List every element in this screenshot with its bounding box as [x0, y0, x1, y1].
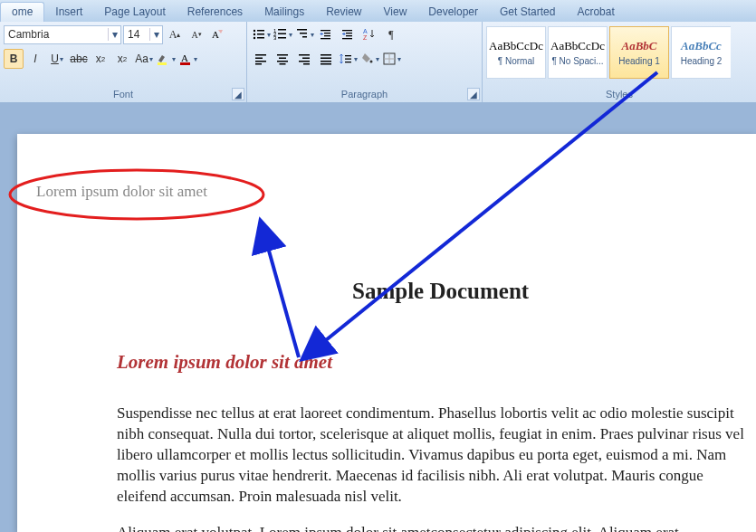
- svg-rect-42: [321, 58, 331, 60]
- svg-text:A: A: [212, 29, 219, 40]
- tab-view[interactable]: View: [373, 3, 418, 22]
- document-body-paragraph-2: Aliquam erat volutpat. Lorem ipsum dolor…: [117, 524, 756, 532]
- style-sample: AaBbCcDc: [489, 39, 543, 53]
- sort-button[interactable]: AZ: [359, 24, 379, 44]
- svg-point-48: [369, 61, 372, 63]
- tab-page-layout[interactable]: Page Layout: [93, 3, 176, 22]
- svg-rect-3: [180, 62, 190, 65]
- svg-rect-35: [277, 61, 288, 62]
- svg-text:A: A: [181, 52, 188, 63]
- multilevel-list-button[interactable]: ▾: [294, 24, 314, 44]
- style-name: ¶ No Spaci...: [551, 56, 603, 66]
- tab-mailings[interactable]: Mailings: [254, 3, 315, 22]
- shrink-font-button[interactable]: A▾: [187, 24, 206, 44]
- style-sample: AaBbCcDc: [550, 39, 605, 53]
- style-heading-2[interactable]: AaBbCc Heading 2: [671, 26, 731, 79]
- font-size-value: 14: [124, 28, 143, 41]
- svg-rect-16: [297, 29, 307, 31]
- svg-point-8: [253, 37, 254, 39]
- group-label-styles: Styles: [483, 87, 756, 101]
- group-font: Cambria ▾ 14 ▾ A▴ A▾ A B I U▾ abc x2: [0, 22, 247, 102]
- svg-point-4: [253, 30, 254, 32]
- group-paragraph: ▾ 123▾ ▾ AZ ¶ ▾ ▾ ▾ Paragraph ◢: [247, 22, 483, 102]
- svg-rect-26: [342, 38, 352, 39]
- highlight-button[interactable]: ▾: [156, 49, 176, 69]
- svg-rect-34: [279, 58, 286, 60]
- borders-button[interactable]: ▾: [381, 49, 401, 69]
- svg-rect-23: [342, 30, 352, 31]
- svg-rect-37: [299, 54, 310, 56]
- chevron-down-icon: ▾: [149, 28, 162, 41]
- group-styles: AaBbCcDc ¶ Normal AaBbCcDc ¶ No Spaci...…: [483, 22, 756, 102]
- decrease-indent-button[interactable]: [316, 24, 336, 44]
- underline-button[interactable]: U▾: [47, 49, 67, 69]
- svg-rect-19: [321, 30, 330, 31]
- svg-rect-29: [255, 54, 266, 56]
- shading-button[interactable]: ▾: [359, 49, 379, 69]
- tab-home[interactable]: ome: [0, 2, 44, 22]
- svg-rect-46: [345, 59, 351, 60]
- style-name: ¶ Normal: [498, 56, 534, 66]
- font-size-combo[interactable]: 14 ▾: [123, 25, 163, 44]
- line-spacing-button[interactable]: ▾: [338, 49, 358, 69]
- svg-rect-17: [300, 33, 307, 34]
- style-no-spacing[interactable]: AaBbCcDc ¶ No Spaci...: [548, 26, 608, 79]
- tab-developer[interactable]: Developer: [417, 3, 489, 22]
- svg-rect-15: [278, 37, 286, 39]
- font-name-value: Cambria: [5, 28, 53, 41]
- svg-rect-39: [299, 61, 310, 62]
- style-normal[interactable]: AaBbCcDc ¶ Normal: [486, 26, 546, 79]
- svg-rect-40: [303, 63, 310, 65]
- superscript-button[interactable]: x2: [112, 49, 132, 69]
- document-area: Lorem ipsum dolor sit amet Sample Docume…: [0, 103, 756, 532]
- tab-review[interactable]: Review: [315, 3, 372, 22]
- strikethrough-button[interactable]: abc: [69, 49, 89, 69]
- align-right-button[interactable]: [294, 49, 314, 69]
- svg-rect-36: [280, 63, 286, 65]
- tab-insert[interactable]: Insert: [44, 3, 93, 22]
- font-name-combo[interactable]: Cambria ▾: [4, 25, 121, 44]
- bullets-button[interactable]: ▾: [251, 24, 271, 44]
- svg-text:Z: Z: [363, 34, 368, 41]
- show-hide-button[interactable]: ¶: [381, 24, 401, 44]
- paragraph-dialog-launcher[interactable]: ◢: [467, 88, 480, 100]
- font-dialog-launcher[interactable]: ◢: [232, 88, 244, 100]
- align-center-button[interactable]: [273, 49, 292, 69]
- svg-rect-21: [324, 35, 330, 36]
- svg-rect-1: [158, 62, 167, 65]
- svg-rect-7: [257, 33, 264, 35]
- svg-rect-30: [255, 58, 263, 60]
- increase-indent-button[interactable]: [338, 24, 358, 44]
- justify-button[interactable]: [316, 49, 336, 69]
- font-color-button[interactable]: A▾: [177, 49, 197, 69]
- italic-button[interactable]: I: [25, 49, 45, 69]
- chevron-down-icon: ▾: [108, 28, 120, 41]
- svg-rect-41: [321, 54, 331, 56]
- svg-rect-20: [324, 33, 330, 33]
- clear-formatting-button[interactable]: A: [208, 24, 228, 44]
- svg-rect-43: [321, 61, 331, 62]
- svg-point-6: [253, 33, 254, 35]
- numbering-button[interactable]: 123▾: [273, 24, 292, 44]
- style-heading-1[interactable]: AaBbC Heading 1: [609, 26, 669, 79]
- align-left-button[interactable]: [251, 49, 271, 69]
- svg-rect-5: [257, 30, 264, 32]
- document-body-paragraph: Suspendisse nec tellus at erat laoreet c…: [117, 404, 751, 508]
- grow-font-button[interactable]: A▴: [165, 24, 185, 44]
- tab-get-started[interactable]: Get Started: [489, 3, 566, 22]
- page[interactable]: Lorem ipsum dolor sit amet Sample Docume…: [17, 134, 756, 532]
- change-case-button[interactable]: Aa▾: [134, 49, 154, 69]
- svg-rect-45: [345, 55, 351, 56]
- svg-rect-22: [321, 38, 330, 39]
- ribbon-tabs: ome Insert Page Layout References Mailin…: [0, 0, 756, 22]
- svg-rect-13: [278, 33, 286, 35]
- svg-text:A: A: [363, 28, 368, 34]
- tab-references[interactable]: References: [177, 3, 254, 22]
- subscript-button[interactable]: x2: [91, 49, 110, 69]
- svg-rect-31: [255, 61, 266, 62]
- style-sample: AaBbCc: [681, 39, 722, 53]
- bold-button[interactable]: B: [4, 49, 24, 69]
- svg-rect-18: [302, 36, 307, 38]
- tab-acrobat[interactable]: Acrobat: [566, 3, 625, 22]
- svg-rect-11: [278, 29, 286, 31]
